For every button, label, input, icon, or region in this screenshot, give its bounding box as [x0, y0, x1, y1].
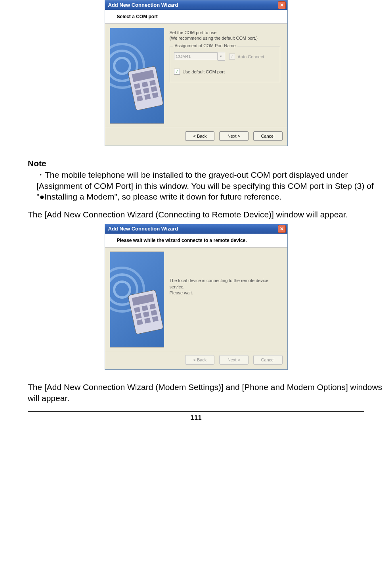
auto-connect-checkbox[interactable]: ✓ — [229, 54, 235, 60]
checkmark-icon: ✓ — [230, 54, 234, 59]
window-title: Add New Connection Wizard — [108, 0, 178, 10]
titlebar[interactable]: Add New Connection Wizard ✕ — [105, 0, 287, 10]
close-icon[interactable]: ✕ — [278, 225, 286, 233]
use-default-label: Use default COM port — [183, 69, 225, 74]
wizard-side-graphic — [110, 252, 164, 348]
next-button[interactable]: Next > — [219, 131, 249, 141]
note-heading: Note — [28, 158, 388, 169]
wizard-dialog-connecting: Add New Connection Wizard ✕ Please wait … — [105, 224, 288, 370]
footer-divider — [28, 411, 364, 412]
wizard-subtitle: Please wait while the wizard connects to… — [105, 234, 287, 248]
auto-connect-label: Auto Connect — [238, 54, 264, 59]
close-icon[interactable]: ✕ — [278, 1, 286, 9]
com-port-fieldset: Assignment of COM Port Name COM41 ▾ ✓ Au… — [170, 46, 280, 82]
window-title: Add New Connection Wizard — [108, 224, 178, 234]
note-block: Note ・The mobile telephone will be insta… — [0, 154, 388, 224]
com-port-value: COM41 — [174, 52, 218, 60]
back-button[interactable]: < Back — [185, 131, 214, 141]
wizard-dialog-com-port: Add New Connection Wizard ✕ Select a COM… — [105, 0, 288, 146]
instruction-line1: Set the COM port to use. — [170, 30, 280, 35]
paragraph-2-block: The [Add New Connection Wizard (Modem Se… — [0, 378, 388, 407]
paragraph-2: The [Add New Connection Wizard (Modem Se… — [28, 382, 388, 403]
right-pane: Set the COM port to use. (We recommend u… — [164, 28, 283, 124]
dialog-body: Set the COM port to use. (We recommend u… — [105, 24, 287, 127]
instruction-line2: (We recommend using the default COM port… — [170, 36, 280, 40]
paragraph-1: The [Add New Connection Wizard (Connecti… — [28, 209, 388, 220]
status-line2: Please wait. — [170, 290, 280, 296]
button-bar: < Back Next > Cancel — [105, 127, 287, 146]
page-number: 111 — [0, 414, 392, 422]
button-bar: < Back Next > Cancel — [105, 351, 287, 369]
use-default-option[interactable]: ✓ Use default COM port — [174, 69, 276, 75]
cancel-button[interactable]: Cancel — [253, 131, 283, 141]
svg-point-16 — [114, 282, 130, 298]
checkmark-icon: ✓ — [175, 69, 179, 74]
fieldset-legend: Assignment of COM Port Name — [173, 43, 237, 48]
dialog-body: The local device is connecting to the re… — [105, 248, 287, 351]
wizard-side-graphic — [110, 28, 164, 124]
svg-point-2 — [114, 58, 130, 74]
auto-connect-option[interactable]: ✓ Auto Connect — [229, 54, 264, 60]
status-line1: The local device is connecting to the re… — [170, 278, 280, 290]
back-button[interactable]: < Back — [185, 355, 214, 365]
com-port-combo[interactable]: COM41 ▾ — [174, 52, 225, 61]
chevron-down-icon: ▾ — [220, 54, 222, 58]
wizard-subtitle: Select a COM port — [105, 10, 287, 24]
next-button[interactable]: Next > — [219, 355, 249, 365]
combo-dropdown-button[interactable]: ▾ — [218, 52, 225, 61]
use-default-checkbox[interactable]: ✓ — [174, 69, 180, 75]
note-body: ・The mobile telephone will be installed … — [28, 169, 388, 202]
right-pane: The local device is connecting to the re… — [164, 252, 283, 348]
cancel-button[interactable]: Cancel — [253, 355, 283, 365]
titlebar[interactable]: Add New Connection Wizard ✕ — [105, 224, 287, 234]
